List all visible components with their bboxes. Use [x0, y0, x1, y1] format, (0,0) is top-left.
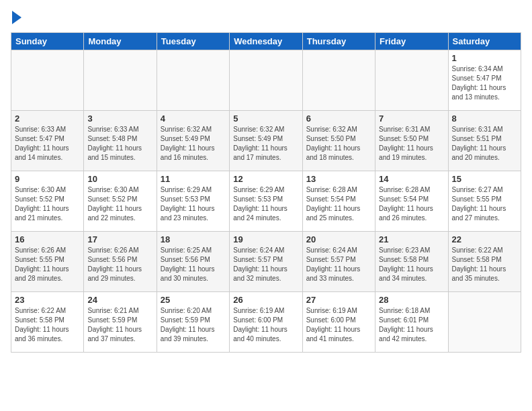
- day-info: Sunrise: 6:19 AM Sunset: 6:00 PM Dayligh…: [306, 306, 371, 344]
- day-info: Sunrise: 6:30 AM Sunset: 5:52 PM Dayligh…: [87, 185, 152, 223]
- calendar-cell: 4Sunrise: 6:32 AM Sunset: 5:49 PM Daylig…: [157, 111, 229, 171]
- calendar-cell: 10Sunrise: 6:30 AM Sunset: 5:52 PM Dayli…: [84, 171, 157, 232]
- day-info: Sunrise: 6:22 AM Sunset: 5:58 PM Dayligh…: [452, 246, 517, 283]
- weekday-header: Thursday: [302, 33, 375, 50]
- weekday-header: Wednesday: [230, 33, 302, 50]
- day-number: 16: [15, 234, 80, 244]
- calendar-cell: [157, 50, 229, 111]
- day-info: Sunrise: 6:29 AM Sunset: 5:53 PM Dayligh…: [233, 185, 298, 223]
- day-number: 17: [87, 234, 152, 244]
- day-number: 14: [379, 174, 444, 184]
- calendar-cell: [11, 50, 84, 111]
- calendar-cell: 14Sunrise: 6:28 AM Sunset: 5:54 PM Dayli…: [375, 171, 448, 232]
- calendar-cell: 12Sunrise: 6:29 AM Sunset: 5:53 PM Dayli…: [230, 171, 302, 232]
- day-info: Sunrise: 6:23 AM Sunset: 5:58 PM Dayligh…: [379, 246, 444, 283]
- day-number: 7: [379, 113, 444, 124]
- day-info: Sunrise: 6:28 AM Sunset: 5:54 PM Dayligh…: [306, 185, 371, 223]
- page-header: [11, 11, 521, 24]
- day-info: Sunrise: 6:32 AM Sunset: 5:50 PM Dayligh…: [306, 125, 371, 163]
- calendar-cell: 27Sunrise: 6:19 AM Sunset: 6:00 PM Dayli…: [302, 292, 375, 353]
- day-number: 20: [306, 234, 371, 244]
- calendar-cell: 21Sunrise: 6:23 AM Sunset: 5:58 PM Dayli…: [375, 232, 448, 292]
- calendar-cell: [375, 50, 448, 111]
- calendar-cell: [230, 50, 302, 111]
- calendar-cell: 23Sunrise: 6:22 AM Sunset: 5:58 PM Dayli…: [11, 292, 84, 353]
- weekday-header: Tuesday: [157, 33, 229, 50]
- day-info: Sunrise: 6:33 AM Sunset: 5:47 PM Dayligh…: [15, 125, 80, 163]
- day-number: 26: [233, 295, 298, 305]
- day-number: 6: [306, 113, 371, 124]
- calendar-week-row: 23Sunrise: 6:22 AM Sunset: 5:58 PM Dayli…: [11, 292, 521, 353]
- calendar-cell: 17Sunrise: 6:26 AM Sunset: 5:56 PM Dayli…: [84, 232, 157, 292]
- day-number: 25: [161, 295, 226, 305]
- calendar-cell: 9Sunrise: 6:30 AM Sunset: 5:52 PM Daylig…: [11, 171, 84, 232]
- day-number: 22: [452, 234, 517, 244]
- day-number: 8: [452, 113, 517, 124]
- day-number: 21: [379, 234, 444, 244]
- calendar-cell: 11Sunrise: 6:29 AM Sunset: 5:53 PM Dayli…: [157, 171, 229, 232]
- calendar-cell: 26Sunrise: 6:19 AM Sunset: 6:00 PM Dayli…: [230, 292, 302, 353]
- day-info: Sunrise: 6:32 AM Sunset: 5:49 PM Dayligh…: [233, 125, 298, 163]
- calendar-cell: 13Sunrise: 6:28 AM Sunset: 5:54 PM Dayli…: [302, 171, 375, 232]
- day-info: Sunrise: 6:26 AM Sunset: 5:55 PM Dayligh…: [15, 246, 80, 283]
- day-number: 11: [161, 174, 226, 184]
- calendar-cell: 2Sunrise: 6:33 AM Sunset: 5:47 PM Daylig…: [11, 111, 84, 171]
- logo-arrow-icon: [12, 11, 21, 24]
- calendar-cell: [302, 50, 375, 111]
- day-info: Sunrise: 6:18 AM Sunset: 6:01 PM Dayligh…: [379, 306, 444, 344]
- weekday-header-row: SundayMondayTuesdayWednesdayThursdayFrid…: [11, 33, 521, 50]
- day-number: 12: [233, 174, 298, 184]
- calendar-cell: 24Sunrise: 6:21 AM Sunset: 5:59 PM Dayli…: [84, 292, 157, 353]
- day-number: 5: [233, 113, 298, 124]
- day-info: Sunrise: 6:33 AM Sunset: 5:48 PM Dayligh…: [87, 125, 152, 163]
- calendar-week-row: 16Sunrise: 6:26 AM Sunset: 5:55 PM Dayli…: [11, 232, 521, 292]
- logo: [11, 11, 21, 24]
- calendar-cell: 8Sunrise: 6:31 AM Sunset: 5:51 PM Daylig…: [448, 111, 521, 171]
- day-number: 3: [87, 113, 152, 124]
- calendar-cell: 16Sunrise: 6:26 AM Sunset: 5:55 PM Dayli…: [11, 232, 84, 292]
- day-info: Sunrise: 6:28 AM Sunset: 5:54 PM Dayligh…: [379, 185, 444, 223]
- day-info: Sunrise: 6:27 AM Sunset: 5:55 PM Dayligh…: [452, 185, 517, 223]
- day-number: 9: [15, 174, 80, 184]
- day-info: Sunrise: 6:31 AM Sunset: 5:50 PM Dayligh…: [379, 125, 444, 163]
- calendar-cell: 7Sunrise: 6:31 AM Sunset: 5:50 PM Daylig…: [375, 111, 448, 171]
- calendar-cell: [448, 292, 521, 353]
- day-info: Sunrise: 6:26 AM Sunset: 5:56 PM Dayligh…: [87, 246, 152, 283]
- day-info: Sunrise: 6:34 AM Sunset: 5:47 PM Dayligh…: [452, 64, 517, 102]
- day-number: 28: [379, 295, 444, 305]
- calendar-cell: 19Sunrise: 6:24 AM Sunset: 5:57 PM Dayli…: [230, 232, 302, 292]
- day-number: 27: [306, 295, 371, 305]
- calendar-cell: 5Sunrise: 6:32 AM Sunset: 5:49 PM Daylig…: [230, 111, 302, 171]
- calendar-cell: 20Sunrise: 6:24 AM Sunset: 5:57 PM Dayli…: [302, 232, 375, 292]
- day-info: Sunrise: 6:24 AM Sunset: 5:57 PM Dayligh…: [306, 246, 371, 283]
- day-number: 2: [15, 113, 80, 124]
- weekday-header: Friday: [375, 33, 448, 50]
- day-number: 10: [87, 174, 152, 184]
- calendar-cell: 6Sunrise: 6:32 AM Sunset: 5:50 PM Daylig…: [302, 111, 375, 171]
- day-number: 1: [452, 53, 517, 63]
- calendar-cell: 1Sunrise: 6:34 AM Sunset: 5:47 PM Daylig…: [448, 50, 521, 111]
- day-number: 24: [87, 295, 152, 305]
- day-number: 18: [161, 234, 226, 244]
- weekday-header: Monday: [84, 33, 157, 50]
- day-number: 23: [15, 295, 80, 305]
- calendar-cell: 3Sunrise: 6:33 AM Sunset: 5:48 PM Daylig…: [84, 111, 157, 171]
- day-info: Sunrise: 6:20 AM Sunset: 5:59 PM Dayligh…: [161, 306, 226, 344]
- calendar-cell: 28Sunrise: 6:18 AM Sunset: 6:01 PM Dayli…: [375, 292, 448, 353]
- day-number: 19: [233, 234, 298, 244]
- day-info: Sunrise: 6:19 AM Sunset: 6:00 PM Dayligh…: [233, 306, 298, 344]
- day-number: 4: [161, 113, 226, 124]
- day-info: Sunrise: 6:32 AM Sunset: 5:49 PM Dayligh…: [161, 125, 226, 163]
- day-info: Sunrise: 6:31 AM Sunset: 5:51 PM Dayligh…: [452, 125, 517, 163]
- weekday-header: Saturday: [448, 33, 521, 50]
- day-info: Sunrise: 6:25 AM Sunset: 5:56 PM Dayligh…: [161, 246, 226, 283]
- day-info: Sunrise: 6:22 AM Sunset: 5:58 PM Dayligh…: [15, 306, 80, 344]
- day-info: Sunrise: 6:29 AM Sunset: 5:53 PM Dayligh…: [161, 185, 226, 223]
- calendar-cell: [84, 50, 157, 111]
- calendar-cell: 15Sunrise: 6:27 AM Sunset: 5:55 PM Dayli…: [448, 171, 521, 232]
- calendar-week-row: 2Sunrise: 6:33 AM Sunset: 5:47 PM Daylig…: [11, 111, 521, 171]
- calendar-cell: 22Sunrise: 6:22 AM Sunset: 5:58 PM Dayli…: [448, 232, 521, 292]
- day-info: Sunrise: 6:30 AM Sunset: 5:52 PM Dayligh…: [15, 185, 80, 223]
- calendar-cell: 18Sunrise: 6:25 AM Sunset: 5:56 PM Dayli…: [157, 232, 229, 292]
- calendar-week-row: 1Sunrise: 6:34 AM Sunset: 5:47 PM Daylig…: [11, 50, 521, 111]
